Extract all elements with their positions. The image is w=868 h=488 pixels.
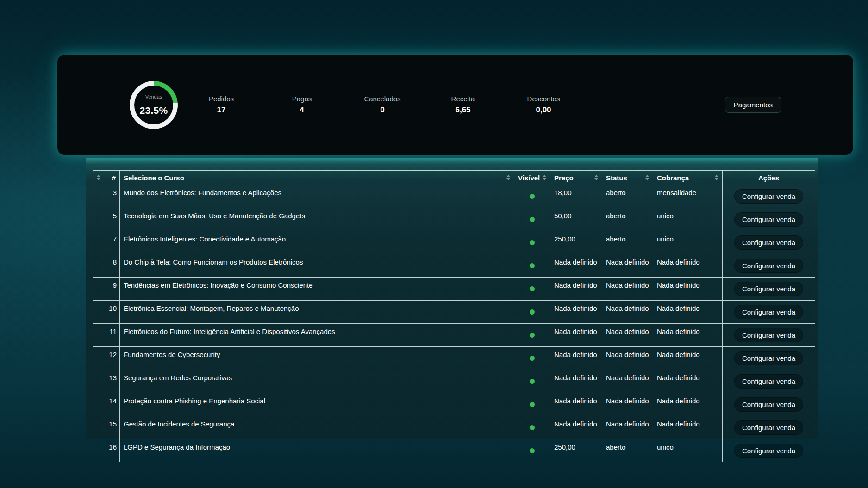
sort-icon[interactable] [645,175,649,180]
actions-cell: Configurar venda [723,278,815,301]
stat-receita: Receita 6,65 [435,95,491,115]
column-header-acoes: Ações [723,171,815,185]
billing-cell: mensalidade [653,185,723,208]
configure-sale-button[interactable]: Configurar venda [734,397,803,412]
column-header-label: Status [606,174,627,182]
visible-dot-icon [530,356,535,361]
price-cell: Nada definido [550,301,602,324]
sort-icon[interactable] [715,175,718,180]
status-cell: Nada definido [602,370,653,393]
price-cell: Nada definido [550,324,602,347]
actions-cell: Configurar venda [723,254,815,278]
actions-cell: Configurar venda [723,185,815,208]
gauge-label: Vendas [130,94,178,99]
configure-sale-button[interactable]: Configurar venda [734,189,803,204]
column-header-status[interactable]: Status [602,171,653,185]
courses-table-wrap: # Selecione o Curso Visível [93,170,815,462]
visible-cell [514,254,550,278]
configure-sale-button[interactable]: Configurar venda [734,374,803,389]
stat-label: Cancelados [355,95,410,103]
billing-cell: Nada definido [653,393,723,416]
course-name-cell: Eletrônica Essencial: Montagem, Reparos … [120,301,514,324]
status-cell: aberto [602,439,653,463]
course-id-cell: 13 [93,370,120,393]
column-header-label: Selecione o Curso [124,174,184,182]
course-name-cell: LGPD e Segurança da Informação [120,439,514,463]
configure-sale-button[interactable]: Configurar venda [734,328,803,342]
column-header-label: Visível [518,174,540,182]
actions-cell: Configurar venda [723,324,815,347]
sort-icon[interactable] [506,175,510,180]
actions-cell: Configurar venda [723,301,815,324]
configure-sale-button[interactable]: Configurar venda [734,212,803,227]
visible-dot-icon [530,240,535,245]
column-header-visivel[interactable]: Visível [514,171,550,185]
sort-icon[interactable] [97,175,100,180]
billing-cell: unico [653,208,723,231]
pagamentos-button[interactable]: Pagamentos [725,97,781,113]
summary-stats: Pedidos 17 Pagos 4 Cancelados 0 Receita … [194,95,596,115]
sort-icon[interactable] [594,175,598,180]
table-row: 3 Mundo dos Eletrônicos: Fundamentos e A… [93,185,815,208]
billing-cell: unico [653,231,723,254]
visible-dot-icon [530,217,535,222]
table-row: 14 Proteção contra Phishing e Engenharia… [93,393,815,416]
stat-value: 6,65 [435,105,491,115]
stat-value: 17 [194,105,249,115]
billing-cell: Nada definido [653,278,723,301]
visible-cell [514,278,550,301]
visible-dot-icon [530,425,535,430]
visible-cell [514,231,550,254]
column-header-preco[interactable]: Preço [550,171,602,185]
configure-sale-button[interactable]: Configurar venda [734,351,803,365]
table-row: 12 Fundamentos de Cybersecurity Nada def… [93,347,815,370]
price-cell: Nada definido [550,278,602,301]
course-id-cell: 11 [93,324,120,347]
price-cell: Nada definido [550,347,602,370]
stat-value: 4 [274,105,330,115]
visible-cell [514,439,550,463]
configure-sale-button[interactable]: Configurar venda [734,305,803,319]
status-cell: Nada definido [602,324,653,347]
visible-cell [514,416,550,439]
stat-descontos: Descontos 0,00 [516,95,571,115]
column-header-label: Ações [758,174,779,182]
actions-cell: Configurar venda [723,347,815,370]
visible-cell [514,393,550,416]
course-id-cell: 15 [93,416,120,439]
configure-sale-button[interactable]: Configurar venda [734,235,803,250]
column-header-label: Cobrança [657,174,689,182]
column-header-label: # [112,174,116,182]
configure-sale-button[interactable]: Configurar venda [734,444,803,458]
column-header-curso[interactable]: Selecione o Curso [120,171,514,185]
course-name-cell: Gestão de Incidentes de Segurança [120,416,514,439]
status-cell: Nada definido [602,278,653,301]
visible-dot-icon [530,286,535,291]
column-header-label: Preço [554,174,574,182]
configure-sale-button[interactable]: Configurar venda [734,420,803,435]
billing-cell: Nada definido [653,347,723,370]
course-name-cell: Tecnologia em Suas Mãos: Uso e Manutençã… [120,208,514,231]
visible-dot-icon [530,448,535,453]
price-cell: Nada definido [550,254,602,278]
course-id-cell: 7 [93,231,120,254]
column-header-cobranca[interactable]: Cobrança [653,171,723,185]
actions-cell: Configurar venda [723,370,815,393]
sort-icon[interactable] [543,175,546,180]
course-id-cell: 9 [93,278,120,301]
billing-cell: unico [653,439,723,463]
price-cell: 250,00 [550,231,602,254]
table-row: 15 Gestão de Incidentes de Segurança Nad… [93,416,815,439]
visible-cell [514,301,550,324]
price-cell: 250,00 [550,439,602,463]
status-cell: Nada definido [602,347,653,370]
configure-sale-button[interactable]: Configurar venda [734,259,803,273]
column-header-num[interactable]: # [93,171,120,185]
visible-cell [514,208,550,231]
course-name-cell: Mundo dos Eletrônicos: Fundamentos e Apl… [120,185,514,208]
status-cell: Nada definido [602,254,653,278]
table-row: 5 Tecnologia em Suas Mãos: Uso e Manuten… [93,208,815,231]
billing-cell: Nada definido [653,416,723,439]
gauge-value: 23.5% [130,105,178,116]
configure-sale-button[interactable]: Configurar venda [734,282,803,296]
